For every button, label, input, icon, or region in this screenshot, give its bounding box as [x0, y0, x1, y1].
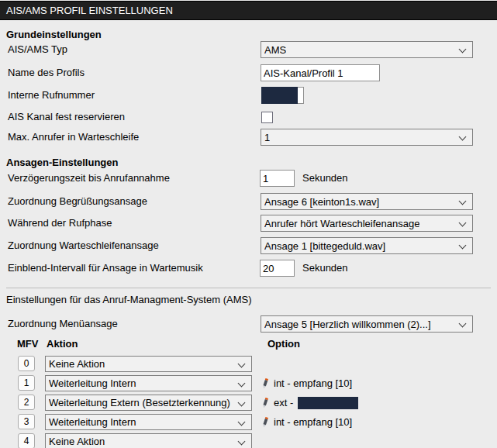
chevron-down-icon: [238, 380, 246, 388]
begruessungsansage-value: Ansage 6 [keinton1s.wav]: [264, 196, 379, 208]
einblend-intervall-input[interactable]: [260, 260, 295, 277]
warteschleifenansage-value: Ansage 1 [bittegeduld.wav]: [264, 240, 385, 252]
edit-pencil-icon[interactable]: [261, 377, 270, 390]
ais-ams-settings-page: AIS/AMS PROFIL EINSTELLUNGEN Grundeinste…: [0, 0, 497, 448]
section-heading-ansagen: Ansagen-Einstellungen: [6, 157, 118, 168]
column-header-aktion: Aktion: [47, 338, 78, 350]
column-header-mfv: MFV: [17, 338, 38, 350]
mfv-0-aktion-value: Keine Aktion: [49, 358, 105, 370]
section-heading-grundeinstellungen: Grundeinstellungen: [6, 29, 102, 40]
label-ais-kanal-reservieren: AIS Kanal fest reservieren: [8, 111, 125, 123]
menueansage-select[interactable]: Ansage 5 [Herzlich willkommen (2)...]: [261, 315, 473, 333]
label-max-anrufer: Max. Anrufer in Warteschleife: [8, 131, 139, 143]
chevron-down-icon: [459, 219, 467, 227]
mfv-1-aktion-value: Weiterleitung Intern: [49, 377, 136, 389]
mfv-key-label: 3: [24, 416, 29, 427]
chevron-down-icon: [459, 320, 467, 328]
chevron-down-icon: [459, 242, 467, 250]
mfv-1-option-text: int - empfang [10]: [274, 377, 352, 389]
label-verzoegerungszeit: Verzögerungszeit bis Anrufannahme: [8, 172, 170, 184]
begruessungsansage-select[interactable]: Ansage 6 [keinton1s.wav]: [261, 193, 473, 210]
warteschleifenansage-select[interactable]: Ansage 1 [bittegeduld.wav]: [261, 237, 473, 254]
label-profilname: Name des Profils: [8, 67, 85, 79]
interne-rufnummer-redaction: [261, 87, 298, 104]
ais-ams-typ-select[interactable]: AMS: [261, 41, 473, 58]
chevron-down-icon: [238, 399, 246, 407]
chevron-down-icon: [459, 198, 467, 205]
mfv-key-badge: 3: [18, 414, 35, 429]
mfv-2-option-text: ext -: [274, 397, 293, 408]
mfv-3-option: int - empfang [10]: [261, 414, 352, 430]
mfv-key-label: 4: [24, 436, 29, 446]
mfv-3-aktion-value: Weiterleitung Intern: [49, 416, 136, 428]
mfv-4-aktion-select[interactable]: Keine Aktion: [45, 433, 252, 448]
chevron-down-icon: [238, 438, 246, 446]
section-divider: [6, 288, 491, 288]
chevron-down-icon: [459, 46, 467, 53]
column-header-option: Option: [267, 338, 300, 350]
profilname-input[interactable]: [261, 64, 380, 81]
label-begruessungsansage: Zuordnung Begrüßungsansage: [8, 195, 147, 208]
mfv-2-option-redaction: [298, 397, 358, 409]
ais-kanal-reservieren-checkbox[interactable]: [261, 112, 273, 123]
page-title-bar: AIS/AMS PROFIL EINSTELLUNGEN: [0, 1, 497, 20]
mfv-1-option: int - empfang [10]: [261, 375, 352, 391]
mfv-0-aktion-select[interactable]: Keine Aktion: [45, 356, 252, 372]
mfv-1-aktion-select[interactable]: Weiterleitung Intern: [45, 375, 252, 391]
chevron-down-icon: [238, 360, 246, 368]
max-anrufer-select[interactable]: 1: [261, 129, 473, 146]
mfv-key-badge: 1: [18, 375, 35, 391]
mfv-key-badge: 0: [18, 356, 35, 371]
rufphase-value: Anrufer hört Warteschleifenansage: [264, 218, 419, 229]
mfv-key-badge: 2: [18, 395, 35, 410]
mfv-3-aktion-select[interactable]: Weiterleitung Intern: [45, 414, 252, 430]
edit-pencil-icon[interactable]: [261, 416, 270, 429]
chevron-down-icon: [238, 419, 246, 426]
rufphase-select[interactable]: Anrufer hört Warteschleifenansage: [261, 215, 473, 232]
edit-pencil-icon[interactable]: [261, 397, 270, 409]
page-title: AIS/AMS PROFIL EINSTELLUNGEN: [6, 5, 173, 16]
ais-ams-typ-value: AMS: [264, 44, 286, 56]
mfv-key-badge: 4: [18, 433, 35, 448]
mfv-key-label: 1: [24, 377, 29, 388]
max-anrufer-value: 1: [264, 132, 270, 143]
menueansage-value: Ansage 5 [Herzlich willkommen (2)...]: [264, 319, 431, 330]
mfv-2-option: ext -: [261, 395, 358, 411]
label-interne-rufnummer: Interne Rufnummer: [8, 89, 95, 102]
mfv-4-aktion-value: Keine Aktion: [49, 436, 105, 447]
chevron-down-icon: [459, 133, 467, 141]
mfv-key-label: 0: [24, 358, 29, 369]
verzoegerungszeit-input[interactable]: [260, 170, 295, 187]
label-warteschleifenansage: Zuordnung Warteschleifenansage: [8, 240, 159, 252]
mfv-key-label: 2: [24, 397, 29, 408]
einblend-intervall-unit: Sekunden: [302, 262, 348, 274]
label-menueansage: Zuordnung Menüansage: [8, 318, 118, 330]
mfv-2-aktion-value: Weiterleitung Extern (Besetzterkennung): [49, 397, 230, 408]
label-rufphase: Während der Rufphase: [8, 217, 112, 229]
section-heading-ams: Einstellungen für das Anruf-Managment-Sy…: [6, 294, 251, 305]
mfv-2-aktion-select[interactable]: Weiterleitung Extern (Besetzterkennung): [45, 395, 252, 411]
label-ais-ams-typ: AIS/AMS Typ: [8, 43, 67, 56]
mfv-3-option-text: int - empfang [10]: [274, 416, 352, 428]
label-einblend-intervall: Einblend-Intervall für Ansage in Wartemu…: [8, 262, 203, 274]
verzoegerungszeit-unit: Sekunden: [302, 172, 348, 184]
